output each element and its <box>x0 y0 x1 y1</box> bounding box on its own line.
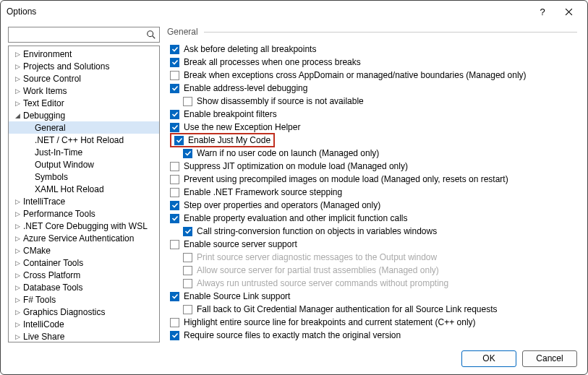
checkbox[interactable] <box>170 123 179 132</box>
tree-item[interactable]: Symbols <box>9 171 159 183</box>
tree-item-label: Performance Tools <box>23 209 95 219</box>
category-tree[interactable]: ▷Environment▷Projects and Solutions▷Sour… <box>8 46 160 342</box>
tree-item-label: Output Window <box>35 160 94 170</box>
tree-item[interactable]: ▷Environment <box>9 48 159 60</box>
tree-item-label: Environment <box>23 49 72 59</box>
option-label: Require source files to exactly match th… <box>184 330 401 340</box>
help-button[interactable]: ? <box>529 3 555 20</box>
tree-item[interactable]: ▷.NET Core Debugging with WSL <box>9 220 159 232</box>
checkbox[interactable] <box>170 175 179 184</box>
expander-icon[interactable]: ◢ <box>13 111 22 120</box>
titlebar: Options ? <box>1 1 587 22</box>
close-button[interactable] <box>555 3 581 20</box>
checkbox[interactable] <box>170 240 179 249</box>
expander-icon[interactable]: ▷ <box>13 332 22 341</box>
tree-item[interactable]: ▷Database Tools <box>9 281 159 293</box>
checkbox[interactable] <box>170 84 179 93</box>
option-label: Enable source server support <box>184 239 297 249</box>
checkbox[interactable] <box>170 201 179 210</box>
expander-icon[interactable]: ▷ <box>13 259 22 267</box>
option-label: Enable address-level debugging <box>184 83 307 93</box>
tree-item-label: Just-In-Time <box>35 147 82 158</box>
tree-item[interactable]: ▷CMake <box>9 244 159 257</box>
checkbox[interactable] <box>183 227 192 236</box>
search-icon <box>146 30 156 40</box>
expander-icon[interactable]: ▷ <box>13 87 22 95</box>
checkbox[interactable] <box>170 214 179 223</box>
tree-item[interactable]: ▷Projects and Solutions <box>9 60 159 72</box>
svg-point-2 <box>148 31 153 37</box>
expander-icon[interactable]: ▷ <box>13 99 22 108</box>
checkbox[interactable] <box>183 149 192 158</box>
tree-item-label: Azure Service Authentication <box>23 233 134 243</box>
expander-icon[interactable]: ▷ <box>13 222 22 230</box>
option-row: Enable breakpoint filters <box>170 108 580 121</box>
tree-item[interactable]: .NET / C++ Hot Reload <box>9 134 159 146</box>
tree-item-label: .NET / C++ Hot Reload <box>35 135 124 145</box>
tree-item[interactable]: ▷Container Tools <box>9 257 159 269</box>
checkbox[interactable] <box>170 58 179 67</box>
expander-icon[interactable]: ▷ <box>13 50 22 59</box>
option-row: Enable Source Link support <box>170 290 580 303</box>
option-row: Enable property evaluation and other imp… <box>170 212 580 225</box>
option-label: Allow source server for partial trust as… <box>197 265 439 275</box>
expander-icon[interactable]: ▷ <box>13 283 22 292</box>
checkbox[interactable] <box>170 45 179 54</box>
tree-item[interactable]: Output Window <box>9 158 159 171</box>
checkbox[interactable] <box>170 292 179 301</box>
expander-icon[interactable]: ▷ <box>13 296 22 304</box>
tree-item[interactable]: ▷F# Tools <box>9 293 159 306</box>
checkbox[interactable] <box>174 136 184 145</box>
tree-item[interactable]: ▷IntelliTrace <box>9 195 159 207</box>
expander-icon[interactable]: ▷ <box>13 210 22 218</box>
section-divider <box>204 32 577 33</box>
tree-item[interactable]: ▷Text Editor <box>9 97 159 109</box>
tree-item-label: .NET Core Debugging with WSL <box>23 221 148 231</box>
tree-item[interactable]: ▷Cross Platform <box>9 269 159 281</box>
tree-item[interactable]: ◢Debugging <box>9 109 159 121</box>
expander-icon[interactable]: ▷ <box>13 246 22 255</box>
checkbox[interactable] <box>170 71 179 80</box>
checkbox <box>183 253 192 262</box>
checkbox <box>183 266 192 275</box>
ok-button[interactable]: OK <box>461 350 516 367</box>
tree-item[interactable]: General <box>9 121 159 134</box>
expander-icon[interactable]: ▷ <box>13 234 22 243</box>
tree-item-label: Text Editor <box>23 98 64 108</box>
expander-icon[interactable]: ▷ <box>13 271 22 280</box>
option-label: Step over properties and operators (Mana… <box>184 200 380 210</box>
option-row: Enable Just My Code <box>170 134 580 147</box>
tree-item[interactable]: ▷IntelliCode <box>9 318 159 330</box>
option-row: Warn if no user code on launch (Managed … <box>170 147 580 160</box>
option-label: Enable property evaluation and other imp… <box>184 213 408 223</box>
tree-item[interactable]: ▷Performance Tools <box>9 207 159 220</box>
tree-item[interactable]: ▷Work Items <box>9 85 159 97</box>
expander-icon[interactable]: ▷ <box>13 197 22 206</box>
expander-icon[interactable]: ▷ <box>13 320 22 329</box>
checkbox[interactable] <box>170 318 179 327</box>
tree-item-label: Cross Platform <box>23 270 80 280</box>
checkbox[interactable] <box>183 97 192 106</box>
tree-item[interactable]: XAML Hot Reload <box>9 183 159 195</box>
options-panel[interactable]: Ask before deleting all breakpointsBreak… <box>167 40 580 342</box>
checkbox[interactable] <box>170 188 179 197</box>
cancel-button[interactable]: Cancel <box>522 350 577 367</box>
tree-item[interactable]: ▷Live Share <box>9 330 159 342</box>
option-label: Break all processes when one process bre… <box>184 57 361 67</box>
tree-item[interactable]: ▷Azure Service Authentication <box>9 232 159 244</box>
search-input[interactable] <box>8 27 160 43</box>
expander-icon[interactable]: ▷ <box>13 62 22 71</box>
option-row: Suppress JIT optimization on module load… <box>170 160 580 173</box>
tree-item[interactable]: ▷Source Control <box>9 72 159 85</box>
tree-item-label: Projects and Solutions <box>23 61 109 72</box>
tree-item-label: XAML Hot Reload <box>35 184 104 194</box>
tree-item[interactable]: Just-In-Time <box>9 146 159 158</box>
tree-item[interactable]: ▷Graphics Diagnostics <box>9 306 159 318</box>
expander-icon[interactable]: ▷ <box>13 74 22 83</box>
checkbox[interactable] <box>170 162 179 171</box>
option-label: Enable .NET Framework source stepping <box>184 187 342 197</box>
checkbox[interactable] <box>183 305 192 314</box>
checkbox[interactable] <box>170 331 179 340</box>
checkbox[interactable] <box>170 110 179 119</box>
expander-icon[interactable]: ▷ <box>13 308 22 316</box>
